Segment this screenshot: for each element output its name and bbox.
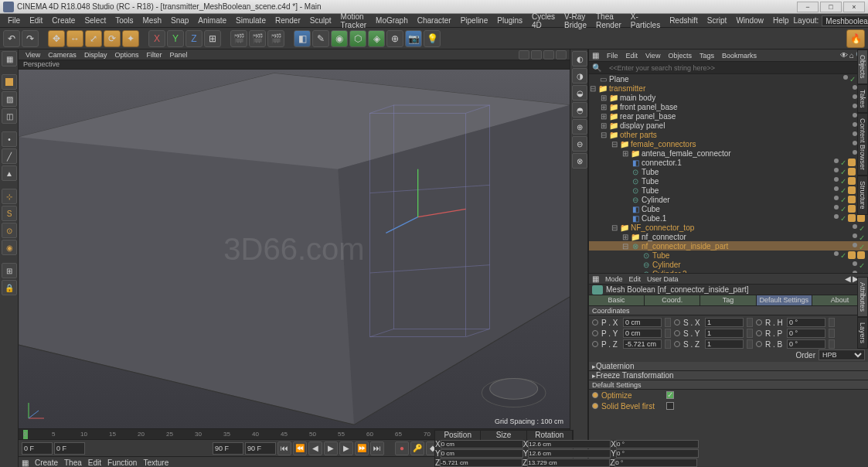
menu-v-ray-bridge[interactable]: V-Ray Bridge [560, 12, 591, 29]
tree-row[interactable]: ⊖Cylinder✓ [589, 260, 868, 269]
sx-spin[interactable] [747, 318, 753, 327]
obj-icon1[interactable]: 👁 [840, 51, 848, 60]
tree-row[interactable]: ⊟📁NF_connector_top✓ [589, 223, 868, 232]
mt2[interactable]: ◑ [572, 68, 587, 84]
tag-o[interactable] [857, 251, 865, 259]
expander[interactable]: ⊞ [621, 233, 629, 241]
cp-pos[interactable] [440, 458, 523, 467]
render-region[interactable]: 🎬 [249, 30, 266, 47]
tree-row[interactable]: ◧Cube✓ [589, 204, 868, 213]
tag-o[interactable] [848, 196, 856, 203]
rtab-structure[interactable]: Structure [857, 176, 868, 215]
obj-menu-tags[interactable]: Tags [696, 52, 717, 60]
cp-rot[interactable] [616, 440, 699, 448]
autokey-button[interactable]: 🔑 [410, 441, 424, 455]
menu-pipeline[interactable]: Pipeline [456, 16, 493, 25]
bb-function[interactable]: Function [107, 458, 137, 467]
camera-tool[interactable]: 📷 [405, 30, 422, 47]
menu-snap[interactable]: Snap [166, 16, 193, 25]
prev-frame[interactable]: ◀ [308, 441, 322, 455]
tree-row[interactable]: ⊟⊗nf_connector_inside_part✓ [589, 241, 868, 251]
tag-g[interactable] [834, 168, 839, 172]
vp-menu-options[interactable]: Options [111, 51, 142, 59]
tree-row[interactable]: ⊞📁display panel✓ [589, 121, 868, 130]
menu-script[interactable]: Script [703, 16, 732, 25]
model-mode[interactable] [2, 74, 17, 90]
rp-input[interactable] [787, 329, 825, 338]
environment-tool[interactable]: ⊕ [386, 30, 403, 47]
tree-row[interactable]: ⊙Tube✓ [589, 167, 868, 176]
tag-g[interactable] [834, 177, 839, 182]
menu-simulate[interactable]: Simulate [231, 16, 271, 25]
tree-row[interactable]: ⊞📁nf_connector✓ [589, 232, 868, 241]
tree-row[interactable]: ▭Plane✓ [589, 74, 868, 84]
tag-o[interactable] [848, 168, 856, 176]
cp-pos[interactable] [441, 440, 523, 448]
redo-button[interactable]: ↷ [22, 30, 39, 47]
rb-input[interactable] [787, 339, 825, 349]
obj-menu-file[interactable]: File [604, 52, 621, 60]
obj-menu-bookmarks[interactable]: Bookmarks [719, 52, 760, 60]
render-settings[interactable]: 🎬 [267, 30, 284, 47]
tweak-mode[interactable]: ⊞ [2, 263, 17, 278]
deformer-tool[interactable]: ◈ [368, 30, 385, 47]
cp-rot[interactable] [614, 458, 697, 467]
snap-toggle[interactable]: ⊙ [2, 223, 17, 238]
bb-edit[interactable]: Edit [88, 458, 101, 467]
recent-tool[interactable]: ✦ [122, 30, 139, 47]
cp-size[interactable] [528, 440, 611, 448]
tag-g[interactable] [853, 224, 857, 229]
menu-mesh[interactable]: Mesh [138, 16, 166, 25]
goto-start[interactable]: ⏮ [277, 441, 291, 455]
pz-input[interactable] [623, 339, 662, 349]
cp-size[interactable] [528, 449, 611, 458]
tag-o[interactable] [848, 159, 856, 166]
layout-dropdown[interactable]: Meshboolean_01 (User) [822, 15, 868, 26]
rh-anim[interactable] [756, 319, 762, 326]
tag-c[interactable]: ✓ [859, 243, 865, 249]
viewport-tab[interactable]: Perspective [19, 60, 570, 70]
rb-anim[interactable] [756, 341, 762, 347]
z-axis-lock[interactable]: Z [186, 30, 203, 47]
expander[interactable]: ⊟ [600, 131, 608, 139]
tag-o[interactable] [848, 177, 856, 185]
spline-tool[interactable]: ✎ [312, 30, 329, 47]
menu-character[interactable]: Character [413, 16, 456, 25]
menu-window[interactable]: Window [731, 16, 768, 25]
menu-motion-tracker[interactable]: Motion Tracker [336, 12, 372, 29]
cp-pos[interactable] [441, 449, 523, 458]
menu-file[interactable]: File [3, 16, 25, 25]
mt7[interactable]: ⊗ [572, 153, 587, 169]
tag-o[interactable] [848, 186, 856, 194]
tag-g[interactable] [853, 234, 857, 238]
range-start-input[interactable] [22, 442, 53, 455]
tag-g[interactable] [834, 214, 839, 219]
obj-menu-edit[interactable]: Edit [623, 52, 642, 60]
expander[interactable]: ⊞ [600, 121, 608, 130]
mt4[interactable]: ◓ [572, 102, 587, 118]
solid-anim[interactable] [592, 403, 598, 409]
maximize-button[interactable]: □ [820, 2, 842, 12]
menu-mograph[interactable]: MoGraph [371, 16, 413, 25]
end-frame-input[interactable] [245, 442, 276, 455]
expander[interactable]: ⊞ [600, 103, 608, 111]
next-frame[interactable]: ▶ [339, 441, 353, 455]
tag-o[interactable] [848, 214, 856, 222]
tree-row[interactable]: ◧Cube.1✓ [589, 213, 868, 223]
search-input[interactable] [604, 63, 868, 73]
rtab-attributes[interactable]: Attributes [857, 277, 868, 317]
next-key[interactable]: ⏩ [355, 441, 369, 455]
tree-row[interactable]: ⊖Cylinder✓ [589, 195, 868, 204]
sy-anim[interactable] [674, 330, 680, 336]
py-input[interactable] [623, 329, 662, 338]
menu-redshift[interactable]: Redshift [665, 16, 703, 25]
mt5[interactable]: ⊕ [572, 119, 587, 135]
expander[interactable]: ⊞ [600, 112, 608, 121]
rb-spin[interactable] [829, 339, 835, 349]
py-spin[interactable] [665, 329, 671, 338]
tag-g[interactable] [853, 243, 857, 247]
attr-back[interactable]: ◀ [845, 274, 851, 283]
make-editable[interactable]: ▦ [2, 51, 17, 66]
viewport-3d[interactable]: Grid Spacing : 100 cm 3D66.com [19, 70, 570, 428]
current-frame-input[interactable] [54, 442, 85, 455]
